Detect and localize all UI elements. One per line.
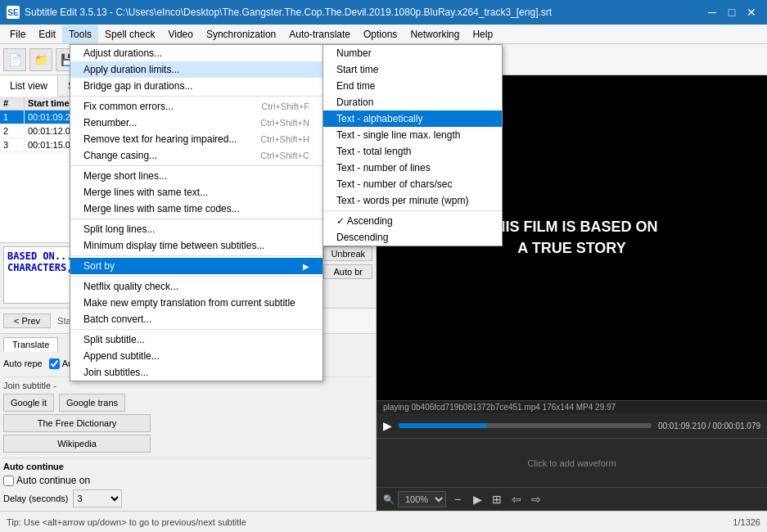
sort-end-time[interactable]: End time: [323, 78, 502, 94]
menu-edit[interactable]: Edit: [32, 25, 62, 43]
menu-sep-6: [70, 329, 323, 330]
timeline-bar[interactable]: [399, 423, 652, 428]
google-trans-button[interactable]: Google trans: [59, 394, 125, 412]
waveform-area[interactable]: Click to add waveform: [377, 438, 767, 487]
sort-ascending[interactable]: ✓ Ascending: [323, 213, 502, 229]
title-text: Subtitle Edit 3.5.13 - C:\Users\eInco\De…: [25, 7, 552, 18]
prev-button[interactable]: < Prev: [3, 313, 51, 328]
menu-sep-1: [70, 96, 323, 97]
tab-translate[interactable]: Translate: [3, 337, 58, 352]
sort-sep-1: [323, 210, 502, 211]
menu-remove-hearing[interactable]: Remove text for hearing impaired... Ctrl…: [70, 131, 323, 147]
menu-video[interactable]: Video: [161, 25, 199, 43]
menu-batch-convert[interactable]: Batch convert...: [70, 311, 323, 327]
zoom-controls: 🔍 100% 50% 200% − ▶ ⊞ ⇦ ⇨: [377, 487, 767, 511]
text-edit-buttons: Unbreak Auto br: [323, 246, 372, 304]
menu-bridge-gap[interactable]: Bridge gap in durations...: [70, 78, 323, 94]
video-controls: ▶ 00:01:09.210 / 00:00:01.079: [377, 413, 767, 438]
menu-options[interactable]: Options: [357, 25, 404, 43]
menu-sort-by[interactable]: Sort by ▶: [70, 258, 323, 274]
status-count: 1/1326: [733, 517, 760, 527]
menu-networking[interactable]: Networking: [404, 25, 466, 43]
auto-repeat-label: Auto repe: [3, 358, 43, 368]
sort-descending[interactable]: Descending: [323, 229, 502, 246]
sort-text-wpm[interactable]: Text - words per minute (wpm): [323, 192, 502, 209]
delay-select[interactable]: 3 1 2 5: [73, 489, 122, 507]
menu-change-casing[interactable]: Change casing... Ctrl+Shift+C: [70, 147, 323, 164]
auto-br-button[interactable]: Auto br: [323, 264, 372, 279]
status-bar: Tip: Use <alt+arrow up/down> to go to pr…: [0, 511, 767, 532]
title-bar-left: SE Subtitle Edit 3.5.13 - C:\Users\eInco…: [7, 6, 552, 19]
sort-text-alphabetically[interactable]: Text - alphabetically: [323, 110, 502, 127]
zoom-select[interactable]: 100% 50% 200%: [398, 491, 446, 507]
menu-append-subtitle[interactable]: Append subtitle...: [70, 348, 323, 364]
menu-netflix-quality[interactable]: Netflix quality check...: [70, 278, 323, 295]
minimize-button[interactable]: ─: [703, 3, 721, 21]
unbreak-button[interactable]: Unbreak: [323, 246, 372, 261]
zoom-label: 🔍: [383, 494, 395, 505]
menu-merge-same-timecodes[interactable]: Merge lines with same time codes...: [70, 201, 323, 217]
auto-continue-checkbox[interactable]: [3, 476, 14, 486]
menu-join-subtitles[interactable]: Join subtitles...: [70, 364, 323, 381]
free-dictionary-button[interactable]: The Free Dictionary: [3, 414, 151, 432]
time-display: 00:01:09.210 / 00:00:01.079: [658, 422, 760, 431]
menu-synchronization[interactable]: Synchronization: [200, 25, 282, 43]
menu-tools[interactable]: Tools: [62, 25, 98, 43]
menu-help[interactable]: Help: [466, 25, 499, 43]
menu-merge-short[interactable]: Merge short lines...: [70, 168, 323, 184]
join-section: Join subtitle - Google it Google trans T…: [3, 376, 372, 453]
menu-split-subtitle[interactable]: Split subtitle...: [70, 331, 323, 348]
sort-text-single-line[interactable]: Text - single line max. length: [323, 127, 502, 143]
sort-number[interactable]: Number: [323, 45, 502, 61]
menu-sep-2: [70, 165, 323, 166]
menu-adjust-durations[interactable]: Adjust durations...: [70, 45, 323, 61]
sort-duration[interactable]: Duration: [323, 94, 502, 110]
sort-text-num-lines[interactable]: Text - number of lines: [323, 160, 502, 176]
sort-text-total-length[interactable]: Text - total length: [323, 143, 502, 160]
auto-continue-label: Auto continue on: [3, 475, 372, 486]
waveform-fwd-btn[interactable]: ⇨: [528, 491, 544, 507]
app-icon: SE: [7, 6, 20, 19]
menu-sep-5: [70, 276, 323, 277]
menu-sep-3: [70, 219, 323, 219]
maximize-button[interactable]: □: [723, 3, 741, 21]
tab-list-view[interactable]: List view: [0, 75, 58, 97]
close-button[interactable]: ✕: [742, 3, 760, 21]
sort-start-time[interactable]: Start time: [323, 61, 502, 78]
cell-num: 2: [0, 124, 25, 138]
menu-bar: File Edit Tools Spell check Video Synchr…: [0, 25, 767, 44]
auto-checkbox[interactable]: [49, 358, 60, 369]
lookup-buttons-col: The Free Dictionary Wikipedia: [3, 414, 372, 453]
open-button[interactable]: 📁: [29, 48, 52, 71]
sort-text-chars-per-sec[interactable]: Text - number of chars/sec: [323, 176, 502, 192]
menu-sep-4: [70, 255, 323, 256]
menu-fix-errors[interactable]: Fix common errors... Ctrl+Shift+F: [70, 98, 323, 115]
title-bar: SE Subtitle Edit 3.5.13 - C:\Users\eInco…: [0, 0, 767, 25]
cell-num: 3: [0, 138, 25, 151]
cell-num: 1: [0, 110, 25, 124]
timeline-btn[interactable]: ⊞: [489, 491, 505, 507]
sort-submenu[interactable]: Number Start time End time Duration Text…: [323, 44, 503, 246]
title-bar-controls: ─ □ ✕: [703, 3, 760, 21]
menu-file[interactable]: File: [3, 25, 32, 43]
google-it-button[interactable]: Google it: [3, 394, 54, 412]
menu-autotranslate[interactable]: Auto-translate: [282, 25, 357, 43]
waveform-nav-btn[interactable]: ⇦: [508, 491, 525, 507]
play-button[interactable]: ▶: [383, 419, 392, 432]
auto-continue-title: Auto continue: [3, 462, 372, 471]
new-button[interactable]: 📄: [3, 48, 26, 71]
menu-split-long[interactable]: Split long lines...: [70, 221, 323, 237]
menu-apply-duration-limits[interactable]: Apply duration limits...: [70, 61, 323, 78]
zoom-out-button[interactable]: −: [449, 491, 466, 507]
wikipedia-button[interactable]: Wikipedia: [3, 435, 151, 453]
menu-make-translation[interactable]: Make new empty translation from current …: [70, 295, 323, 311]
play-inline-button[interactable]: ▶: [469, 491, 485, 507]
menu-min-display-time[interactable]: Minimum display time between subtitles..…: [70, 237, 323, 254]
auto-continue-section: Auto continue Auto continue on Delay (se…: [3, 458, 372, 507]
status-tip: Tip: Use <alt+arrow up/down> to go to pr…: [7, 517, 246, 527]
timeline-progress: [399, 423, 487, 428]
menu-spellcheck[interactable]: Spell check: [98, 25, 161, 43]
menu-renumber[interactable]: Renumber... Ctrl+Shift+N: [70, 115, 323, 131]
tools-menu[interactable]: Adjust durations... Apply duration limit…: [70, 44, 323, 381]
menu-merge-same-text[interactable]: Merge lines with same text...: [70, 184, 323, 201]
